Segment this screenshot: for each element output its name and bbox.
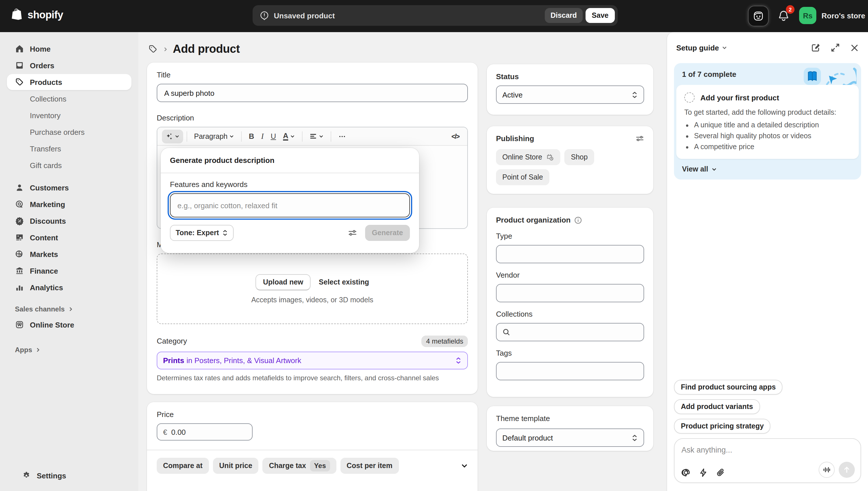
channel-shop[interactable]: Shop <box>565 149 594 165</box>
suggestion-chip-variants[interactable]: Add product variants <box>674 399 760 414</box>
sliders-icon[interactable] <box>635 134 644 143</box>
suggestion-chip-sourcing[interactable]: Find product sourcing apps <box>674 380 783 395</box>
sliders-icon[interactable] <box>348 228 357 237</box>
save-button[interactable]: Save <box>586 8 615 23</box>
discard-button[interactable]: Discard <box>545 8 583 23</box>
sidebar-item-home[interactable]: Home <box>7 41 132 57</box>
sidebar-item-inventory[interactable]: Inventory <box>7 107 132 123</box>
sidebar-item-finance[interactable]: Finance <box>7 263 132 279</box>
bar-chart-icon <box>15 283 24 292</box>
sidekick-button[interactable] <box>748 6 769 26</box>
charge-tax-pill[interactable]: Charge tax Yes <box>263 458 336 474</box>
edit-icon[interactable] <box>811 43 820 52</box>
underline-button[interactable]: U <box>267 129 279 143</box>
cost-per-item-pill[interactable]: Cost per item <box>341 458 399 474</box>
sidebar-item-label: Gift cards <box>30 161 62 170</box>
status-card: Status Active <box>487 64 653 115</box>
price-input[interactable]: € 0.00 <box>157 423 252 440</box>
html-code-button[interactable]: </> <box>448 129 463 143</box>
italic-button[interactable]: I <box>258 129 267 143</box>
sidebar-item-markets[interactable]: $ Markets <box>7 246 132 262</box>
expand-pricing-button[interactable] <box>461 462 468 469</box>
gear-icon <box>22 471 31 480</box>
task-incomplete-icon[interactable] <box>684 92 695 103</box>
status-select[interactable]: Active <box>496 85 644 104</box>
category-value-primary: Prints <box>163 356 184 365</box>
generate-button[interactable]: Generate <box>365 225 410 241</box>
shopify-logo[interactable]: shopify <box>11 8 63 22</box>
title-input[interactable]: A superb photo <box>157 84 468 102</box>
compare-at-label: Compare at <box>163 462 202 470</box>
text-color-button[interactable]: A <box>279 129 299 143</box>
channel-label: Point of Sale <box>502 173 543 181</box>
breadcrumb: Add product <box>148 42 240 56</box>
info-icon[interactable] <box>574 216 582 224</box>
mention-icon[interactable] <box>681 468 690 477</box>
price-value: 0.00 <box>171 428 186 436</box>
chevron-right-icon <box>162 46 168 52</box>
chevron-down-icon <box>711 166 717 172</box>
paragraph-style-dropdown[interactable]: Paragraph <box>191 129 238 143</box>
sidebar-item-gift-cards[interactable]: Gift cards <box>7 157 132 173</box>
task-bullet: Several high quality photos or videos <box>694 132 851 140</box>
notifications-button[interactable]: 2 <box>777 9 791 23</box>
account-menu[interactable]: Rs Roro's store <box>799 7 865 24</box>
setup-task-card[interactable]: Add your first product To get started, a… <box>676 85 859 159</box>
sidebar-item-products[interactable]: Products <box>7 74 132 90</box>
tags-input[interactable] <box>496 362 644 380</box>
close-icon[interactable] <box>850 43 859 52</box>
sidebar-item-transfers[interactable]: Transfers <box>7 141 132 156</box>
product-tag-icon[interactable] <box>148 44 158 54</box>
ai-sparkle-button[interactable] <box>162 129 183 143</box>
sidebar-item-online-store[interactable]: Online Store <box>7 317 132 333</box>
media-dropzone[interactable]: Upload new Select existing Accepts image… <box>157 254 468 324</box>
sidebar-item-orders[interactable]: Orders <box>7 57 132 74</box>
category-select[interactable]: Prints in Posters, Prints, & Visual Artw… <box>157 352 468 369</box>
theme-template-select[interactable]: Default product <box>496 429 644 447</box>
sidekick-face-icon <box>753 10 764 22</box>
sidebar-item-discounts[interactable]: Discounts <box>7 213 132 229</box>
vendor-input[interactable] <box>496 284 644 302</box>
select-existing-link[interactable]: Select existing <box>319 278 369 286</box>
apps-header[interactable]: Apps <box>7 343 132 357</box>
alignment-button[interactable] <box>306 129 327 143</box>
upload-new-button[interactable]: Upload new <box>255 274 310 290</box>
sidebar-item-label: Settings <box>37 471 66 480</box>
paperclip-icon[interactable] <box>716 468 725 477</box>
topbar: shopify Unsaved product Discard Save 2 R… <box>0 0 868 32</box>
metafields-badge[interactable]: 4 metafields <box>422 336 468 347</box>
sidebar-item-collections[interactable]: Collections <box>7 91 132 107</box>
sidebar-item-content[interactable]: Content <box>7 229 132 246</box>
suggestion-chip-pricing[interactable]: Product pricing strategy <box>674 419 771 434</box>
view-all-button[interactable]: View all <box>674 159 861 179</box>
setup-guide-title-button[interactable]: Setup guide <box>676 43 728 52</box>
category-label: Category <box>157 337 187 346</box>
voice-input-button[interactable] <box>819 462 835 478</box>
send-button[interactable] <box>839 462 855 478</box>
type-input[interactable] <box>496 245 644 263</box>
ask-anything-input[interactable]: Ask anything... <box>674 438 861 483</box>
channel-online-store[interactable]: Online Store <box>496 149 561 165</box>
sales-channels-header[interactable]: Sales channels <box>7 302 132 316</box>
sidebar-item-label: Collections <box>30 94 66 103</box>
sidebar-item-purchase-orders[interactable]: Purchase orders <box>7 124 132 140</box>
code-icon: </> <box>452 133 459 140</box>
setup-guide-panel: Setup guide 1 of 7 complete <box>667 32 868 491</box>
sidebar-item-label: Transfers <box>30 144 61 153</box>
sidebar-item-settings[interactable]: Settings <box>14 467 125 484</box>
bold-button[interactable]: B <box>245 129 258 143</box>
sidebar-item-analytics[interactable]: Analytics <box>7 279 132 295</box>
collections-input[interactable] <box>496 323 644 341</box>
unit-price-pill[interactable]: Unit price <box>213 458 259 474</box>
lightning-icon[interactable] <box>699 468 707 477</box>
features-keywords-input[interactable]: e.g., organic cotton, relaxed fit <box>170 193 410 218</box>
sidebar-item-customers[interactable]: Customers <box>7 179 132 196</box>
expand-icon[interactable] <box>831 43 840 52</box>
tone-dropdown[interactable]: Tone: Expert <box>170 225 234 241</box>
sidebar-item-marketing[interactable]: Marketing <box>7 196 132 212</box>
channel-point-of-sale[interactable]: Point of Sale <box>496 169 549 185</box>
shopify-bag-icon <box>11 8 24 22</box>
channel-label: Online Store <box>502 153 542 161</box>
more-options-button[interactable] <box>335 129 350 143</box>
compare-at-pill[interactable]: Compare at <box>157 458 209 474</box>
